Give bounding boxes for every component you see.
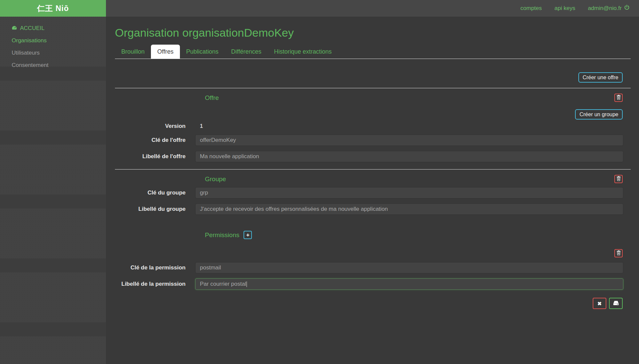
group-name-input[interactable] <box>195 203 623 215</box>
sidebar-item-label: Consentement <box>12 62 49 69</box>
group-key-input[interactable] <box>195 187 623 198</box>
sidebar-item-label: Utilisateurs <box>12 50 40 56</box>
create-group-button[interactable]: Créer un groupe <box>575 109 623 120</box>
permissions-section-title: Permissions + <box>205 231 631 239</box>
main-content: Organisation organisationDemoKey Brouill… <box>106 17 639 364</box>
tab-differences[interactable]: Différences <box>225 45 268 59</box>
group-section-title: Groupe <box>205 176 226 183</box>
sidebar-item-organisations[interactable]: Organisations <box>0 34 106 47</box>
tab-historique-extractions[interactable]: Historique extractions <box>268 45 338 59</box>
group-name-label: Libellé du groupe <box>115 206 195 212</box>
hdd-save-icon <box>613 300 619 307</box>
user-email: admin@nio.fr <box>588 5 622 12</box>
gauge-icon <box>12 25 17 32</box>
offer-name-label: Libellé de l'offre <box>115 153 195 160</box>
add-permission-button[interactable]: + <box>244 231 252 239</box>
trash-icon <box>616 176 621 182</box>
tab-offres[interactable]: Offres <box>151 45 180 59</box>
delete-permission-button[interactable] <box>614 249 623 257</box>
top-nav: comptes api keys admin@nio.fr <box>106 0 639 17</box>
delete-group-button[interactable] <box>614 175 623 183</box>
permission-key-label: Clé de la permission <box>115 264 195 271</box>
app-logo[interactable]: 仁王 Niō <box>0 0 106 17</box>
cancel-button[interactable]: ✖ <box>593 298 606 309</box>
group-section: Groupe Clé du groupe <box>115 175 631 215</box>
version-value: 1 <box>195 123 203 129</box>
sidebar-item-utilisateurs[interactable]: Utilisateurs <box>0 47 106 59</box>
trash-icon <box>616 250 621 256</box>
nav-api-keys[interactable]: api keys <box>554 5 575 12</box>
permission-key-input[interactable] <box>195 262 623 273</box>
sidebar-item-accueil[interactable]: ACCUEIL <box>0 22 106 34</box>
section-divider <box>115 88 631 88</box>
version-label: Version <box>115 123 195 130</box>
nav-comptes[interactable]: comptes <box>520 5 542 12</box>
offer-section: Offre Créer un groupe Version <box>115 94 631 162</box>
sidebar-item-label: ACCUEIL <box>20 25 45 32</box>
trash-icon <box>616 95 621 101</box>
power-icon <box>624 5 630 12</box>
cancel-x-icon: ✖ <box>597 301 602 306</box>
nav-user-logout[interactable]: admin@nio.fr <box>588 5 630 12</box>
tab-publications[interactable]: Publications <box>180 45 225 59</box>
permissions-section: Permissions + <box>115 231 631 309</box>
tab-bar: Brouillon Offres Publications Différence… <box>115 45 631 59</box>
delete-offer-button[interactable] <box>614 94 623 102</box>
app-logo-text: 仁王 Niō <box>37 3 69 14</box>
permission-name-input[interactable]: Par courrier postal <box>195 278 623 290</box>
create-offer-button[interactable]: Créer une offre <box>578 72 623 83</box>
sidebar-item-consentement[interactable]: Consentement <box>0 59 106 71</box>
group-key-label: Clé du groupe <box>115 189 195 196</box>
sidebar-item-label: Organisations <box>12 37 47 44</box>
offer-name-input[interactable] <box>195 151 623 162</box>
text-caret <box>247 281 247 287</box>
offer-section-title: Offre <box>205 94 219 102</box>
plus-icon: + <box>246 232 250 238</box>
top-bar: 仁王 Niō comptes api keys admin@nio.fr <box>0 0 639 17</box>
tab-brouillon[interactable]: Brouillon <box>115 45 151 59</box>
save-button[interactable] <box>609 298 623 309</box>
permission-name-label: Libellé de la permission <box>115 281 195 287</box>
offer-key-input[interactable] <box>195 135 623 146</box>
page-title: Organisation organisationDemoKey <box>115 26 631 39</box>
sidebar: ACCUEIL Organisations Utilisateurs Conse… <box>0 17 106 364</box>
section-divider <box>115 169 631 170</box>
offer-key-label: Clé de l'offre <box>115 137 195 144</box>
